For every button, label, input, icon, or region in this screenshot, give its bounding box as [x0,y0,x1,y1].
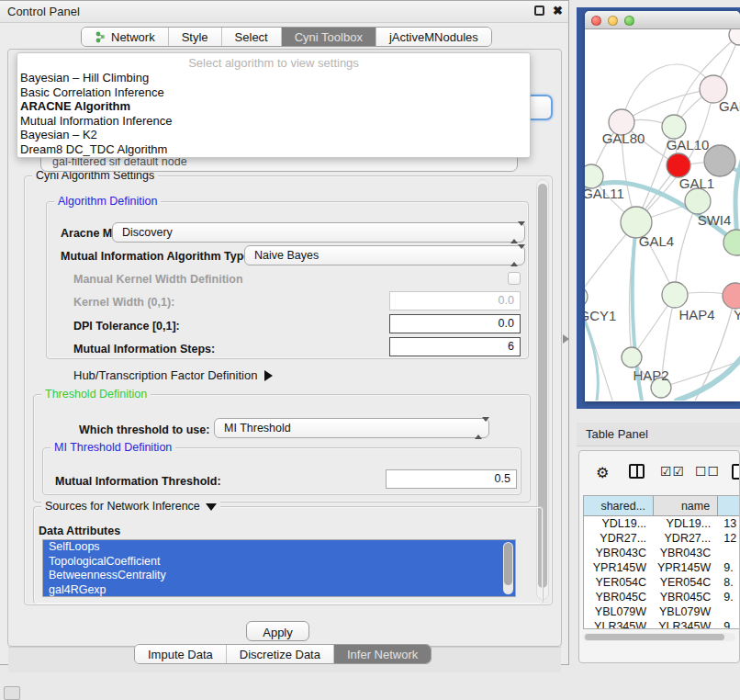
list-scrollbar-thumb[interactable] [504,543,512,585]
mi-steps-value: 6 [508,340,514,353]
tab-label: Impute Data [148,648,213,661]
combo-stepper-icon [475,422,482,435]
control-panel-tab-bar: NetworkStyleSelectCyni ToolboxjActiveMNo… [81,27,492,47]
which-threshold-combo[interactable]: MI Threshold [214,418,489,438]
table-cell: YER054C [654,575,718,590]
mi-threshold-field[interactable]: 0.5 [386,469,517,489]
close-window-icon[interactable]: ✖ [553,4,563,17]
sources-title-text: Sources for Network Inference [45,500,200,513]
data-attributes-label: Data Attributes [39,525,120,537]
network-canvas[interactable]: GALGAL80GAL10GAL1GAL11SWI4GAL4GCY1HAP4YH… [585,29,740,401]
node-table: shared...name YDL19...YDL19...13YDR27...… [583,495,740,629]
table-panel-title: Table Panel [586,427,648,441]
network-window-titlebar[interactable] [585,11,740,29]
table-row[interactable]: YER054CYER054C8. [584,575,740,590]
tab-infer-network[interactable]: Infer Network [334,645,431,663]
close-traffic-light-icon[interactable] [591,16,601,26]
attribute-item[interactable]: BetweennessCentrality [43,569,515,583]
table-cell: YDL19... [654,516,718,531]
deselect-all-icon[interactable]: ☐☐ [695,464,720,479]
table-header-row: shared...name [584,496,740,516]
popup-item-aracne-algorithm[interactable]: ARACNE Algorithm [17,99,530,114]
table-cell: 8. [718,575,740,590]
which-threshold-label: Which threshold to use: [79,423,209,436]
tab-style[interactable]: Style [169,28,222,46]
show-columns-icon[interactable] [629,464,645,479]
tab-network[interactable]: Network [82,28,169,46]
table-row[interactable]: YBL079WYBL079W [584,604,740,619]
network-node-label: GAL10 [667,137,710,152]
network-edge[interactable] [622,64,713,122]
network-node-y[interactable] [723,283,740,309]
list-scrollbar[interactable] [503,542,513,594]
table-cell: YPR145W [584,560,654,575]
network-node-swi4[interactable] [685,188,711,214]
table-cell [718,604,740,619]
popup-item-basic-correlation-inference[interactable]: Basic Correlation Inference [17,85,530,100]
network-window[interactable]: GALGAL80GAL10GAL1GAL11SWI4GAL4GCY1HAP4YH… [585,11,740,401]
control-panel-titlebar: Control Panel ✖ [0,1,568,23]
splitter-collapse-icon[interactable] [563,334,569,344]
threshold-definition-title: Threshold Definition [41,388,151,401]
network-node-label: GAL80 [602,130,645,146]
popup-item-dream8-dc-tdc-algorithm[interactable]: Dream8 DC_TDC Algorithm [17,142,530,157]
popup-item-mutual-information-inference[interactable]: Mutual Information Inference [17,114,530,129]
mi-algorithm-type-value: Naive Bayes [254,249,319,262]
expanded-arrow-icon[interactable] [206,503,217,511]
tab-select[interactable]: Select [222,28,282,46]
tab-label: Infer Network [347,648,418,661]
attribute-item[interactable]: SelfLoops [43,540,515,555]
hub-section-toggle[interactable]: Hub/Transcription Factor Definition [73,368,273,382]
table-row[interactable]: YDR27...YDR27...12 [584,531,740,546]
table-row[interactable]: YBR045CYBR045C9. [584,590,740,604]
network-node-hap2[interactable] [622,347,642,367]
network-node-label: GCY1 [585,308,616,323]
minimize-traffic-light-icon[interactable] [608,16,618,26]
table-cell: 13 [718,516,740,531]
kernel-width-field[interactable]: 0.0 [389,291,521,310]
table-cell: YBL079W [654,604,718,619]
table-row[interactable]: YLR345WYLR345W9. [584,619,740,629]
manual-kernel-checkbox[interactable] [508,272,521,285]
table-cell: YLR345W [584,619,654,629]
attribute-item[interactable]: TopologicalCoefficient [43,555,515,570]
float-window-icon[interactable] [534,6,544,16]
select-all-icon[interactable]: ☑☑ [660,464,685,479]
mi-steps-field[interactable]: 6 [389,337,521,356]
combo-stepper-icon [510,226,518,239]
network-node-hap4[interactable] [662,282,688,308]
dpi-tolerance-field[interactable]: 0.0 [389,314,521,333]
tab-discretize-data[interactable]: Discretize Data [227,645,334,663]
table-cell: 9. [718,590,740,604]
tab-jactivemnodules[interactable]: jActiveMNodules [376,28,491,46]
table-row[interactable]: YDL19...YDL19...13 [584,516,740,531]
apply-button[interactable]: Apply [246,621,309,641]
table-row[interactable]: YPR145WYPR145W9. [584,560,740,575]
column-header[interactable] [718,496,740,515]
network-node-label: SWI4 [698,212,732,228]
data-attributes-list[interactable]: SelfLoopsTopologicalCoefficientBetweenne… [42,539,516,597]
popup-item-bayesian-k2[interactable]: Bayesian – K2 [17,128,530,142]
tab-impute-data[interactable]: Impute Data [135,645,227,663]
network-node-gcy1[interactable] [585,287,588,307]
table-horizontal-scrollbar[interactable] [583,633,735,641]
network-node-gal10[interactable] [662,115,686,139]
which-threshold-value: MI Threshold [224,422,291,435]
tab-cyni-toolbox[interactable]: Cyni Toolbox [282,28,376,46]
aracne-mode-combo[interactable]: Discovery [112,222,525,243]
zoom-traffic-light-icon[interactable] [624,16,634,26]
table-row[interactable]: YBR043CYBR043C [584,546,740,560]
table-scrollbar-thumb[interactable] [585,634,724,640]
attribute-item[interactable]: gal4RGexp [43,583,515,598]
mi-algorithm-type-combo[interactable]: Naive Bayes [244,245,525,265]
collapsed-arrow-icon [264,370,273,381]
popup-item-bayesian-hill-climbing[interactable]: Bayesian – Hill Climbing [17,71,530,85]
gear-icon[interactable]: ⚙ [596,464,609,481]
new-table-icon[interactable] [732,464,740,480]
network-edge[interactable] [675,201,698,295]
column-header[interactable]: name [654,496,718,515]
bottom-tab-bar: Impute DataDiscretize DataInfer Network [134,644,432,664]
column-header[interactable]: shared... [584,496,654,515]
network-edge-thick[interactable] [677,356,740,401]
network-node[interactable] [667,153,690,177]
